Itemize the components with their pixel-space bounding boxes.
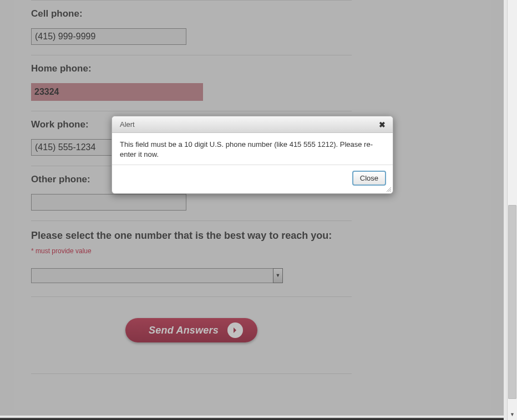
alert-dialog: Alert ✖ This field must be a 10 digit U.… — [111, 116, 393, 194]
modal-overlay — [0, 0, 504, 416]
dialog-title: Alert — [120, 120, 135, 129]
scrollbar-track[interactable] — [508, 0, 517, 410]
resize-grip-icon[interactable] — [385, 186, 392, 192]
dialog-button-row: Close — [112, 165, 393, 193]
dialog-titlebar[interactable]: Alert ✖ — [112, 116, 393, 133]
outer-scrollbar[interactable]: ▼ — [507, 0, 517, 420]
page-bottom-border — [0, 418, 504, 420]
close-icon[interactable]: ✖ — [377, 120, 387, 129]
scroll-down-arrow-icon[interactable]: ▼ — [508, 410, 517, 420]
dialog-message: This field must be a 10 digit U.S. phone… — [112, 133, 393, 165]
svg-line-2 — [390, 191, 391, 192]
close-button[interactable]: Close — [352, 171, 386, 186]
scrollbar-thumb[interactable] — [508, 205, 516, 399]
